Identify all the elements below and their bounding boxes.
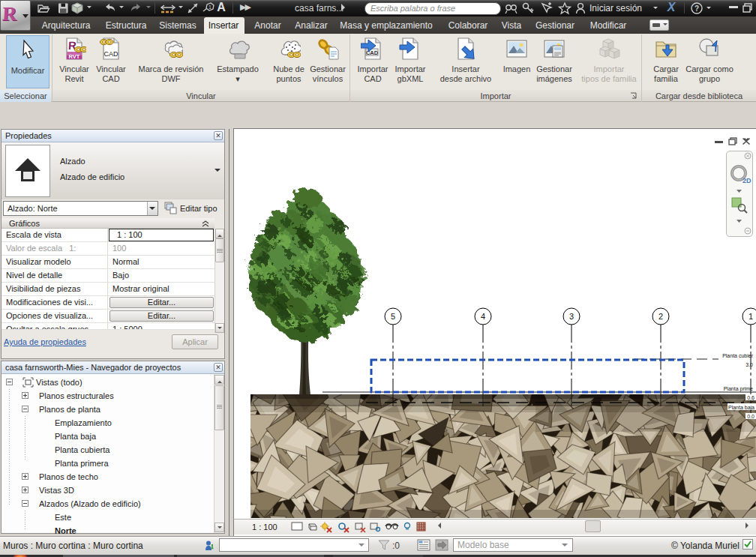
svg-text:Planta baja: Planta baja — [728, 405, 754, 411]
svg-text:RVT: RVT — [69, 53, 80, 60]
svg-text:1: 1 — [748, 312, 753, 321]
svg-text:4: 4 — [481, 312, 485, 321]
svg-text:5: 5 — [391, 312, 395, 321]
svg-text:?: ? — [694, 4, 699, 13]
svg-text:CAD: CAD — [104, 50, 118, 58]
svg-text:0.0: 0.0 — [747, 414, 754, 419]
svg-text:3: 3 — [569, 312, 574, 321]
svg-text:CAD: CAD — [366, 49, 379, 56]
svg-text:1: 1 — [208, 4, 212, 10]
svg-text:Planta cubier: Planta cubier — [722, 353, 754, 358]
svg-text:2: 2 — [658, 312, 663, 321]
svg-text:Planta prime: Planta prime — [724, 386, 753, 392]
svg-text:0.6: 0.6 — [747, 395, 754, 400]
svg-text:3.0: 3.0 — [746, 362, 753, 367]
